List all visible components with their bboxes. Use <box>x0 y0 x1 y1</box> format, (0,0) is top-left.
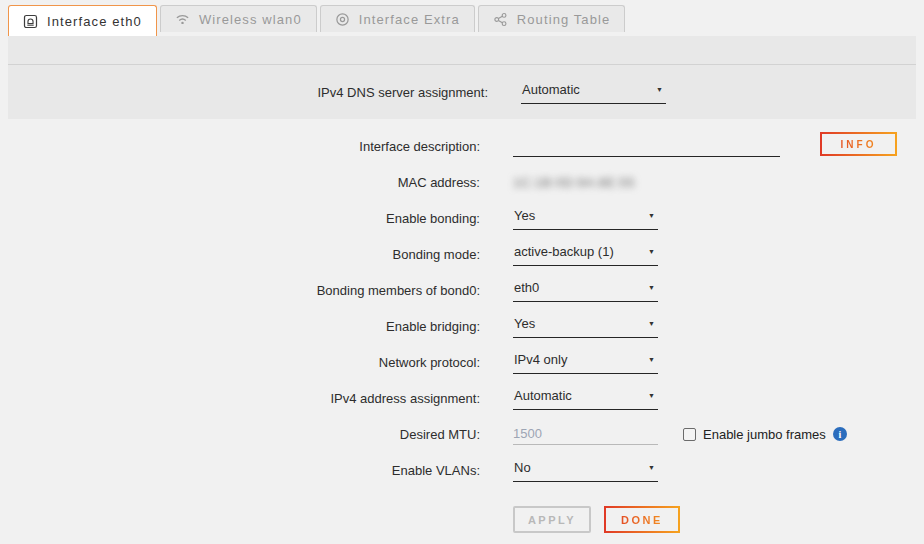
tab-interface-extra[interactable]: Interface Extra <box>320 5 475 32</box>
enable-bonding-label: Enable bonding: <box>0 211 480 226</box>
mtu-label: Desired MTU: <box>0 427 480 442</box>
chevron-down-icon: ▼ <box>656 86 663 93</box>
tab-label: Routing Table <box>517 12 611 27</box>
interface-form: Interface description: INFO MAC address:… <box>0 119 924 533</box>
tab-label: Interface eth0 <box>47 14 142 29</box>
form-row-description: Interface description: INFO <box>0 128 924 164</box>
chevron-down-icon: ▼ <box>648 212 655 219</box>
chevron-down-icon: ▼ <box>648 392 655 399</box>
form-row-enable-bridging: Enable bridging: Yes ▼ <box>0 308 924 344</box>
enable-bridging-label: Enable bridging: <box>0 319 480 334</box>
chevron-down-icon: ▼ <box>648 284 655 291</box>
ipv4-assignment-select[interactable]: Automatic ▼ <box>513 387 658 410</box>
info-button[interactable]: INFO <box>820 132 897 156</box>
mtu-input <box>513 423 658 445</box>
chevron-down-icon: ▼ <box>648 320 655 327</box>
enable-bonding-select[interactable]: Yes ▼ <box>513 207 658 230</box>
chevron-down-icon: ▼ <box>648 464 655 471</box>
done-button[interactable]: DONE <box>604 506 680 533</box>
select-value: active-backup (1) <box>514 244 614 259</box>
bonding-members-select[interactable]: eth0 ▼ <box>513 279 658 302</box>
tab-interface-eth0[interactable]: Interface eth0 <box>8 5 157 36</box>
mac-label: MAC address: <box>0 175 480 190</box>
chevron-down-icon: ▼ <box>648 248 655 255</box>
bonding-mode-select[interactable]: active-backup (1) ▼ <box>513 243 658 266</box>
share-nodes-icon <box>493 12 508 27</box>
jumbo-frames-checkbox[interactable] <box>683 428 696 441</box>
select-value: No <box>514 460 531 475</box>
disc-icon <box>335 12 350 27</box>
apply-button[interactable]: APPLY <box>513 506 591 533</box>
dns-panel: IPv4 DNS server assignment: Automatic ▼ <box>8 36 916 119</box>
select-value: Automatic <box>522 82 580 97</box>
tab-wireless-wlan0[interactable]: Wireless wlan0 <box>160 5 317 32</box>
form-row-ipv4-assignment: IPv4 address assignment: Automatic ▼ <box>0 380 924 416</box>
network-protocol-select[interactable]: IPv4 only ▼ <box>513 351 658 374</box>
select-value: eth0 <box>514 280 539 295</box>
form-row-network-protocol: Network protocol: IPv4 only ▼ <box>0 344 924 380</box>
form-row-bonding-members: Bonding members of bond0: eth0 ▼ <box>0 272 924 308</box>
form-row-enable-vlans: Enable VLANs: No ▼ <box>0 452 924 488</box>
form-row-mac: MAC address: 1C:1B:0D:9A:8E:55 <box>0 164 924 200</box>
description-label: Interface description: <box>0 139 480 154</box>
network-protocol-label: Network protocol: <box>0 355 480 370</box>
mac-value-redacted: 1C:1B:0D:9A:8E:55 <box>513 175 635 190</box>
enable-vlans-label: Enable VLANs: <box>0 463 480 478</box>
select-value: Yes <box>514 208 535 223</box>
enable-bridging-select[interactable]: Yes ▼ <box>513 315 658 338</box>
ethernet-icon <box>23 14 38 29</box>
jumbo-frames-label: Enable jumbo frames <box>703 427 826 442</box>
dns-row: IPv4 DNS server assignment: Automatic ▼ <box>8 65 916 119</box>
chevron-down-icon: ▼ <box>648 356 655 363</box>
tab-routing-table[interactable]: Routing Table <box>478 5 626 32</box>
form-row-bonding-mode: Bonding mode: active-backup (1) ▼ <box>0 236 924 272</box>
jumbo-frames-group: Enable jumbo frames i <box>683 427 847 442</box>
select-value: Automatic <box>514 388 572 403</box>
tab-label: Interface Extra <box>359 12 460 27</box>
panel-top-strip <box>8 36 916 65</box>
wifi-icon <box>175 12 190 27</box>
ipv4-assignment-label: IPv4 address assignment: <box>0 391 480 406</box>
bonding-members-label: Bonding members of bond0: <box>0 283 480 298</box>
form-row-mtu: Desired MTU: Enable jumbo frames i <box>0 416 924 452</box>
dns-assignment-select[interactable]: Automatic ▼ <box>521 81 666 104</box>
dns-assignment-label: IPv4 DNS server assignment: <box>8 85 488 100</box>
action-buttons: APPLY DONE <box>513 506 924 533</box>
select-value: Yes <box>514 316 535 331</box>
bonding-mode-label: Bonding mode: <box>0 247 480 262</box>
description-input[interactable] <box>513 135 780 157</box>
select-value: IPv4 only <box>514 352 567 367</box>
enable-vlans-select[interactable]: No ▼ <box>513 459 658 482</box>
form-row-enable-bonding: Enable bonding: Yes ▼ <box>0 200 924 236</box>
info-icon[interactable]: i <box>833 427 847 441</box>
tab-label: Wireless wlan0 <box>199 12 302 27</box>
tab-bar: Interface eth0 Wireless wlan0 Interface … <box>0 0 924 36</box>
